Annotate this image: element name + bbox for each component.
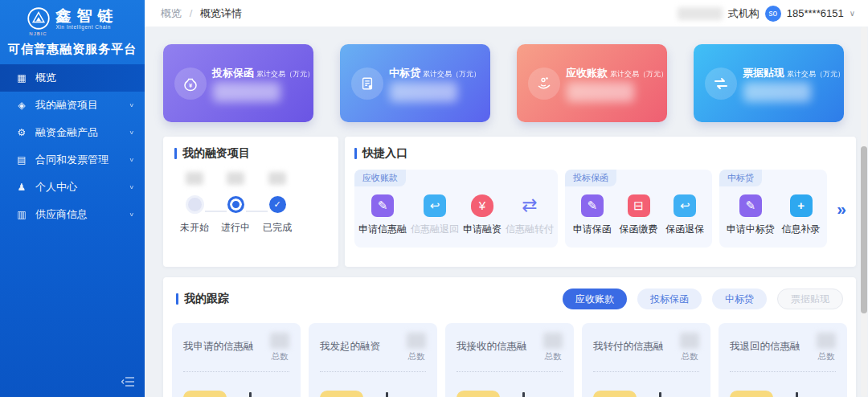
doc-return-icon: ↩: [674, 194, 696, 217]
filter-winning-bid-loan[interactable]: 中标贷: [712, 289, 767, 309]
quick-item-apply-xinhuirong[interactable]: ✎ 申请信惠融: [358, 194, 407, 236]
chevron-down-icon: ∨: [129, 157, 134, 163]
tracking-card-my-transferred: 我转付的信惠融 总数: [582, 323, 710, 397]
chevron-down-icon: ∨: [129, 184, 134, 190]
quick-item-info-supplement[interactable]: + 信息补录: [782, 194, 821, 236]
sidebar-item-contract-invoice[interactable]: ▤ 合同和发票管理 ∨: [0, 146, 145, 174]
sidebar-item-supplier-info[interactable]: ▥ 供应商信息 ∨: [0, 201, 145, 228]
quick-item-apply-guarantee[interactable]: ✎ 申请保函: [573, 194, 612, 236]
panel-title: 我的融资项目: [182, 146, 250, 161]
chevron-down-icon: ∨: [129, 102, 134, 108]
quick-item-xinhuirong-return: ↩ 信惠融退回: [411, 194, 459, 236]
filter-accounts-receivable[interactable]: 应收账款: [563, 289, 627, 309]
brand-subtitle: Xin Intelligent Chain: [56, 24, 119, 30]
doc-pen-icon: ✎: [371, 194, 394, 217]
stat-card-subtitle: 累计交易（万元）: [256, 70, 314, 78]
doc-pen-icon: ✎: [581, 194, 604, 217]
doc-pen-icon: ✎: [739, 194, 762, 217]
layers-icon: ◈: [15, 100, 28, 111]
brand-name: 鑫智链: [56, 6, 119, 24]
quick-group-accounts-receivable: 应收账款 ✎ 申请信惠融 ↩ 信惠融退回 ¥ 申请融资 ⇄: [354, 170, 558, 248]
swap-icon: [705, 68, 737, 100]
quick-item-guarantee-payment[interactable]: ⊟ 保函缴费: [620, 194, 658, 236]
sidebar-item-label: 个人中心: [35, 180, 77, 194]
step-done-check-icon: ✓: [269, 196, 286, 213]
chevron-double-right-icon[interactable]: »: [837, 199, 846, 219]
step-active-icon: [227, 196, 244, 213]
stat-card-bid-guarantee[interactable]: ¥ 投标保函累计交易（万元）: [163, 44, 313, 122]
doc-return-icon: ↩: [424, 194, 446, 217]
stat-card-value-redacted: [390, 82, 457, 102]
quick-group-bid-guarantee: 投标保函 ✎ 申请保函 ⊟ 保函缴费 ↩ 保函退保: [565, 170, 712, 248]
step-label: 未开始: [174, 221, 215, 235]
scrollbar-thumb[interactable]: [861, 146, 867, 313]
chevron-down-icon: ∨: [129, 211, 134, 218]
stat-card-title: 应收账款: [566, 67, 608, 79]
count-redacted: [817, 333, 836, 349]
quick-group-label: 投标保函: [565, 170, 616, 186]
tracking-card-my-initiated: 我发起的融资 总数: [309, 323, 437, 397]
quick-item-apply-financing[interactable]: ¥ 申请融资: [463, 194, 502, 236]
panel-title: 快捷入口: [362, 146, 407, 161]
dotted-divider: [593, 371, 699, 372]
sidebar-item-personal-center[interactable]: ♟ 个人中心 ∨: [0, 174, 145, 201]
count-redacted: [680, 333, 699, 349]
count-redacted: [407, 333, 426, 349]
stat-card-subtitle: 累计交易（万元）: [423, 70, 481, 78]
stat-card-bill-discount[interactable]: 票据贴现累计交易（万元）: [694, 44, 844, 122]
swap-icon: ⇄: [518, 194, 541, 217]
stat-card-subtitle: 累计交易（万元）: [787, 70, 845, 78]
sidebar-item-overview[interactable]: ▦ 概览: [0, 64, 145, 92]
org-name-redacted: [678, 7, 723, 20]
sidebar-menu: ▦ 概览 ◈ 我的融资项目 ∨ ⚙ 融资金融产品 ∨ ▤ 合同和发票管理 ∨ ♟…: [0, 64, 145, 228]
top-bar: 概览 / 概览详情 式机构 so 185****6151 ∨: [145, 0, 868, 27]
stat-card-title: 投标保函: [212, 67, 254, 79]
invoice-icon: ▤: [15, 154, 28, 166]
my-projects-panel: 我的融资项目 未开始 进行中 ✓ 已完成: [163, 137, 338, 267]
product-icon: ⚙: [15, 127, 28, 138]
filter-bill-discount: 票据贴现: [777, 289, 843, 309]
grid-icon: ▦: [15, 72, 28, 84]
stat-card-winning-bid-loan[interactable]: 中标贷累计交易（万元）: [340, 44, 490, 122]
step-label: 已完成: [256, 221, 298, 235]
title-accent-bar: [174, 148, 177, 159]
quick-group-winning-bid-loan: 中标贷 ✎ 申请中标贷 + 信息补录: [719, 170, 827, 248]
user-dropdown[interactable]: 式机构 so 185****6151 ∨: [678, 6, 855, 22]
sidebar-collapse-icon[interactable]: [121, 376, 135, 391]
certificate-icon: [351, 68, 383, 100]
supplier-icon: ▥: [15, 209, 28, 220]
money-bag-icon: ¥: [174, 68, 207, 100]
avatar: so: [765, 6, 781, 22]
dotted-divider: [730, 371, 836, 372]
sidebar-item-label: 供应商信息: [35, 207, 88, 222]
stat-card-value-redacted: [743, 82, 811, 102]
step-in-progress: 进行中: [215, 172, 256, 235]
count-mark: [659, 392, 661, 397]
tracking-card-my-received: 我接收的信惠融 总数: [445, 323, 574, 397]
count-mark: [522, 392, 525, 397]
dotted-divider: [320, 371, 426, 372]
step-count-redacted: [268, 172, 286, 185]
tracking-card-my-returned: 我退回的信惠融 总数: [719, 323, 847, 397]
stat-card-value-redacted: [213, 82, 280, 102]
svg-text:¥: ¥: [189, 82, 193, 89]
breadcrumb-parent[interactable]: 概览: [161, 7, 182, 19]
quick-item-apply-winning-bid-loan[interactable]: ✎ 申请中标贷: [727, 194, 775, 236]
count-mark: [249, 392, 252, 397]
stat-card-value-redacted: [567, 82, 634, 102]
sidebar-item-financing-products[interactable]: ⚙ 融资金融产品 ∨: [0, 119, 145, 146]
title-accent-bar: [176, 293, 178, 305]
step-completed: ✓ 已完成: [256, 172, 298, 235]
app-window: NJBIC 鑫智链 Xin Intelligent Chain 可信普惠融资服务…: [0, 0, 868, 397]
step-label: 进行中: [215, 221, 256, 235]
stat-card-accounts-receivable[interactable]: 应收账款累计交易（万元）: [517, 44, 667, 122]
status-badge: [183, 391, 227, 397]
breadcrumb-current: 概览详情: [200, 7, 242, 19]
quick-item-guarantee-refund[interactable]: ↩ 保函退保: [665, 194, 704, 236]
status-badge: [320, 391, 363, 397]
dotted-divider: [457, 371, 563, 372]
sidebar-item-my-financing-projects[interactable]: ◈ 我的融资项目 ∨: [0, 92, 145, 119]
filter-bid-guarantee[interactable]: 投标保函: [637, 289, 702, 309]
stat-card-subtitle: 累计交易（万元）: [610, 70, 668, 78]
status-badge: [730, 391, 773, 397]
